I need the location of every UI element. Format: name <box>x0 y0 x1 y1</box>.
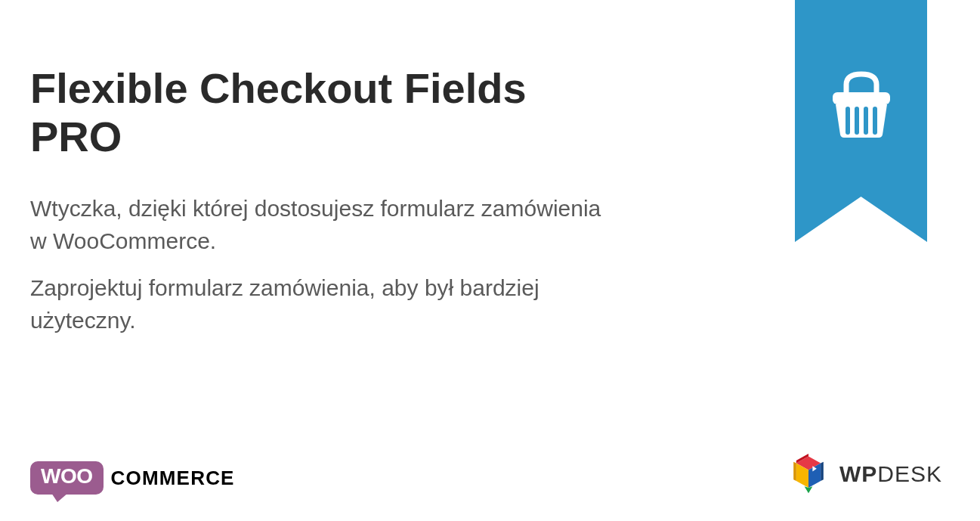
basket-icon <box>824 68 899 144</box>
woo-bubble-text: WOO <box>41 464 93 488</box>
wpdesk-cube-icon <box>788 454 829 495</box>
woo-bubble-icon: WOO <box>30 461 104 495</box>
wpdesk-logo: WPDESK <box>788 454 942 495</box>
svg-marker-8 <box>793 462 796 481</box>
woocommerce-logo: WOO COMMERCE <box>30 461 235 495</box>
svg-rect-0 <box>833 92 890 104</box>
description-line-2: Zaprojektuj formularz zamówienia, aby by… <box>30 271 604 337</box>
product-description: Wtyczka, dzięki której dostosujesz formu… <box>30 192 604 337</box>
ribbon-badge <box>795 0 927 242</box>
description-line-1: Wtyczka, dzięki której dostosujesz formu… <box>30 192 604 258</box>
svg-marker-10 <box>821 462 824 481</box>
product-title: Flexible Checkout Fields PRO <box>30 64 604 162</box>
wpdesk-text: WPDESK <box>839 461 942 487</box>
commerce-text: COMMERCE <box>111 467 235 490</box>
